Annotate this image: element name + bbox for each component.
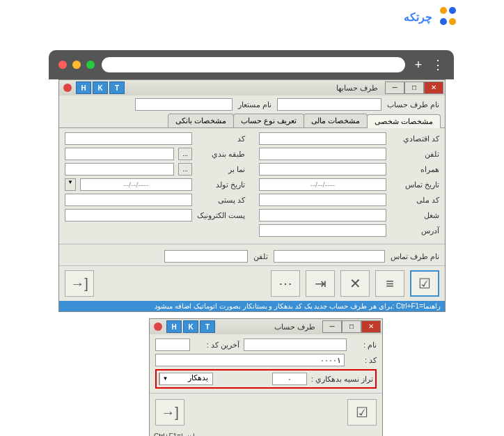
agent-label: نما بر — [196, 165, 245, 174]
toolbar-h-button-2[interactable]: H — [166, 320, 182, 333]
postal-code-label: کد پستی — [196, 196, 245, 205]
last-code-input[interactable] — [155, 338, 190, 351]
list-button[interactable]: ≡ — [375, 270, 404, 297]
save-button[interactable]: ☑ — [410, 270, 439, 297]
economic-code-input[interactable] — [259, 132, 386, 145]
code-input[interactable] — [65, 132, 192, 145]
status-bar: راهنما=Ctrl+F1 :براي هر طرف حساب جدید یک… — [59, 301, 445, 311]
tab-financial[interactable]: مشخصات مالی — [304, 114, 368, 127]
accounts-window: H K T طرف حسابها ─ □ ✕ نام طرف حساب نام … — [58, 79, 446, 312]
debtor-dropdown-value: بدهکار — [171, 373, 212, 384]
confirm-button[interactable]: ☑ — [347, 399, 377, 426]
balance-row-highlight: تراز نسیه بدهکاري : بدهکار ▼ — [155, 369, 377, 389]
category-browse-button[interactable]: ... — [178, 148, 192, 160]
chevron-down-icon: ▼ — [159, 373, 171, 384]
last-code-label: آخرین کد : — [194, 341, 239, 350]
record-dot-icon — [63, 84, 72, 92]
birth-date-label: تاریخ تولد — [196, 180, 245, 189]
agent-browse-button[interactable]: ... — [178, 163, 192, 176]
bottom-toolbar: →] ⋯ ⇥ ✕ ≡ ☑ — [59, 265, 445, 301]
code-input-2[interactable] — [155, 354, 345, 366]
traffic-lights — [58, 61, 95, 69]
logo-text: چرتکه — [404, 10, 432, 24]
minimize-button[interactable]: ─ — [385, 81, 404, 94]
balance-input[interactable] — [272, 373, 307, 385]
economic-code-label: کد اقتصادي — [391, 134, 439, 143]
address-label: آدرس — [391, 226, 439, 235]
close-button-2[interactable]: ✕ — [361, 320, 381, 333]
import-button[interactable]: ⇥ — [306, 270, 335, 297]
tabs: مشخصات شخصی مشخصات مالی تعریف نوع حساب م… — [59, 114, 445, 128]
tab-account-type[interactable]: تعریف نوع حساب — [233, 114, 304, 127]
national-id-input[interactable] — [259, 194, 386, 206]
titlebar-2: H K T طرف حساب ─ □ ✕ — [150, 319, 382, 334]
window-title: طرف حسابها — [336, 84, 378, 93]
code-label: کد — [196, 134, 245, 143]
agent-input[interactable] — [65, 163, 174, 176]
tab-personal[interactable]: مشخصات شخصی — [367, 114, 441, 128]
contact-phone-input[interactable] — [164, 250, 248, 263]
account-dialog: H K T طرف حساب ─ □ ✕ نام : آخرین کد : — [149, 318, 383, 436]
contact-date-label: تاریخ تماس — [391, 180, 439, 189]
alias-input[interactable] — [135, 98, 233, 111]
birth-date-dropdown[interactable]: ▼ — [65, 178, 76, 191]
toolbar-h-button[interactable]: H — [76, 81, 91, 94]
contact-name-label: نام طرف تماس — [391, 252, 439, 261]
new-tab-icon[interactable]: + — [412, 59, 425, 71]
job-label: شغل — [391, 211, 439, 220]
maximize-button-2[interactable]: □ — [342, 320, 361, 333]
name-input-2[interactable] — [244, 338, 347, 351]
contact-phone-label: تلفن — [253, 252, 268, 261]
alias-label: نام مستعار — [238, 100, 271, 109]
maximize-button[interactable]: □ — [404, 81, 424, 94]
app-logo: چرتکه — [404, 7, 456, 26]
email-label: پست الکترونیک — [196, 211, 245, 220]
debtor-dropdown[interactable]: بدهکار ▼ — [159, 373, 213, 385]
toolbar-t-button[interactable]: T — [109, 81, 125, 94]
birth-date-input[interactable] — [80, 178, 192, 191]
browser-chrome: + ⋮ — [49, 50, 454, 79]
email-input[interactable] — [65, 209, 192, 221]
account-name-input[interactable] — [277, 98, 381, 111]
job-input[interactable] — [259, 209, 386, 221]
phone-input[interactable] — [259, 148, 386, 160]
code-label-2: کد : — [349, 356, 377, 365]
logo-icon — [436, 7, 456, 26]
close-button[interactable]: ✕ — [424, 81, 443, 94]
minimize-dot[interactable] — [72, 61, 81, 69]
exit-button[interactable]: →] — [65, 270, 94, 297]
name-label-2: نام : — [351, 341, 377, 350]
exit-button-2[interactable]: →] — [155, 399, 184, 426]
account-name-label: نام طرف حساب — [387, 100, 439, 109]
address-input[interactable] — [259, 224, 386, 237]
national-id-label: کد ملی — [391, 196, 439, 205]
maximize-dot[interactable] — [86, 61, 95, 69]
menu-dots-icon[interactable]: ⋮ — [432, 59, 444, 71]
toolbar-k-button-2[interactable]: K — [183, 320, 198, 333]
category-label: طبقه بندي — [196, 150, 245, 159]
category-input[interactable] — [65, 148, 174, 160]
more-button[interactable]: ⋯ — [271, 270, 300, 297]
toolbar-k-button[interactable]: K — [93, 81, 108, 94]
balance-label: تراز نسیه بدهکاري : — [311, 375, 373, 384]
window-title-2: طرف حساب — [274, 322, 315, 332]
contact-name-input[interactable] — [274, 250, 385, 263]
minimize-button-2[interactable]: ─ — [322, 320, 342, 333]
postal-code-input[interactable] — [65, 194, 192, 206]
mobile-input[interactable] — [259, 163, 386, 176]
phone-label: تلفن — [391, 150, 439, 159]
toolbar-t-button-2[interactable]: T — [200, 320, 215, 333]
delete-button[interactable]: ✕ — [340, 270, 370, 297]
url-bar[interactable] — [102, 57, 405, 72]
tab-bank[interactable]: مشخصات بانکی — [168, 114, 234, 127]
close-dot[interactable] — [58, 61, 67, 69]
titlebar: H K T طرف حسابها ─ □ ✕ — [59, 80, 445, 95]
mobile-label: همراه — [391, 165, 439, 174]
status-bar-2: راهنما=Ctrl+F1 — [150, 431, 382, 436]
contact-date-input[interactable] — [259, 178, 386, 191]
record-dot-icon-2 — [154, 322, 162, 331]
